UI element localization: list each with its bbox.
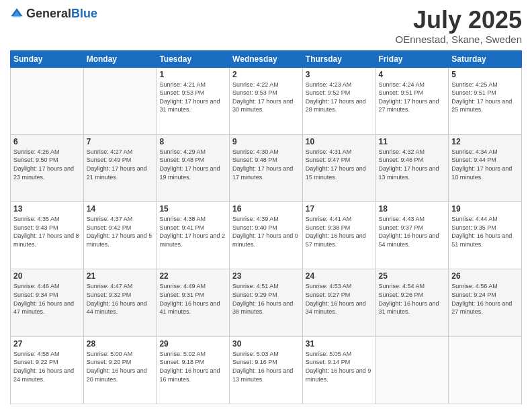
day-info: Sunrise: 4:38 AM Sunset: 9:41 PM Dayligh…	[159, 215, 226, 248]
calendar-cell	[375, 336, 449, 404]
day-number: 2	[232, 70, 300, 79]
day-info: Sunrise: 4:23 AM Sunset: 9:52 PM Dayligh…	[306, 81, 373, 114]
logo-text-general: General	[26, 7, 71, 20]
day-info: Sunrise: 4:47 AM Sunset: 9:32 PM Dayligh…	[87, 282, 154, 316]
day-number: 20	[13, 271, 81, 281]
day-info: Sunrise: 4:24 AM Sunset: 9:51 PM Dayligh…	[379, 81, 446, 114]
day-number: 9	[232, 137, 300, 146]
day-number: 27	[13, 339, 81, 349]
col-thursday: Thursday	[302, 50, 375, 67]
day-number: 18	[379, 204, 446, 214]
day-info: Sunrise: 4:21 AM Sunset: 9:53 PM Dayligh…	[159, 81, 226, 114]
day-info: Sunrise: 4:54 AM Sunset: 9:26 PM Dayligh…	[379, 282, 446, 316]
day-info: Sunrise: 4:29 AM Sunset: 9:48 PM Dayligh…	[159, 148, 226, 181]
day-number: 16	[232, 204, 300, 214]
day-info: Sunrise: 4:39 AM Sunset: 9:40 PM Dayligh…	[232, 215, 300, 248]
day-number: 17	[306, 204, 373, 214]
logo-text-blue: Blue	[71, 7, 97, 20]
day-number: 3	[306, 70, 373, 79]
month-title: July 2025	[396, 7, 522, 34]
day-number: 8	[159, 137, 226, 146]
calendar-cell: 20Sunrise: 4:46 AM Sunset: 9:34 PM Dayli…	[11, 269, 84, 336]
day-number: 12	[451, 137, 519, 146]
day-number: 4	[379, 70, 446, 79]
calendar-cell	[449, 336, 522, 404]
calendar-cell: 18Sunrise: 4:43 AM Sunset: 9:37 PM Dayli…	[375, 202, 449, 269]
day-info: Sunrise: 4:25 AM Sunset: 9:51 PM Dayligh…	[451, 81, 519, 114]
col-saturday: Saturday	[449, 50, 522, 67]
calendar-cell: 26Sunrise: 4:56 AM Sunset: 9:24 PM Dayli…	[449, 269, 522, 336]
day-number: 19	[451, 204, 519, 214]
day-info: Sunrise: 4:49 AM Sunset: 9:31 PM Dayligh…	[159, 282, 226, 316]
day-info: Sunrise: 5:05 AM Sunset: 9:14 PM Dayligh…	[306, 350, 373, 383]
page-header: GeneralBlue July 2025 OEnnestad, Skane, …	[10, 7, 522, 45]
day-info: Sunrise: 4:22 AM Sunset: 9:53 PM Dayligh…	[232, 81, 300, 114]
calendar-cell: 29Sunrise: 5:02 AM Sunset: 9:18 PM Dayli…	[157, 336, 230, 404]
day-info: Sunrise: 4:58 AM Sunset: 9:22 PM Dayligh…	[13, 350, 81, 383]
calendar-cell: 9Sunrise: 4:30 AM Sunset: 9:48 PM Daylig…	[230, 134, 303, 201]
day-number: 7	[87, 137, 154, 146]
calendar-cell: 28Sunrise: 5:00 AM Sunset: 9:20 PM Dayli…	[83, 336, 157, 404]
calendar-cell: 13Sunrise: 4:35 AM Sunset: 9:43 PM Dayli…	[11, 202, 84, 269]
calendar-cell: 22Sunrise: 4:49 AM Sunset: 9:31 PM Dayli…	[157, 269, 230, 336]
day-number: 31	[306, 339, 373, 349]
calendar-cell: 1Sunrise: 4:21 AM Sunset: 9:53 PM Daylig…	[157, 67, 230, 134]
calendar-cell: 2Sunrise: 4:22 AM Sunset: 9:53 PM Daylig…	[230, 67, 303, 134]
calendar-cell: 23Sunrise: 4:51 AM Sunset: 9:29 PM Dayli…	[230, 269, 303, 336]
day-number: 25	[379, 271, 446, 281]
calendar-cell: 12Sunrise: 4:34 AM Sunset: 9:44 PM Dayli…	[449, 134, 522, 201]
day-number: 14	[87, 204, 154, 214]
day-info: Sunrise: 5:02 AM Sunset: 9:18 PM Dayligh…	[159, 350, 226, 383]
day-number: 11	[379, 137, 446, 146]
day-info: Sunrise: 4:53 AM Sunset: 9:27 PM Dayligh…	[306, 282, 373, 316]
calendar-cell: 21Sunrise: 4:47 AM Sunset: 9:32 PM Dayli…	[83, 269, 157, 336]
day-info: Sunrise: 4:35 AM Sunset: 9:43 PM Dayligh…	[13, 215, 81, 248]
day-info: Sunrise: 4:41 AM Sunset: 9:38 PM Dayligh…	[306, 215, 373, 248]
day-info: Sunrise: 4:37 AM Sunset: 9:42 PM Dayligh…	[87, 215, 154, 248]
day-number: 1	[159, 70, 226, 79]
calendar-cell: 14Sunrise: 4:37 AM Sunset: 9:42 PM Dayli…	[83, 202, 157, 269]
day-info: Sunrise: 4:56 AM Sunset: 9:24 PM Dayligh…	[451, 282, 519, 316]
day-number: 13	[13, 204, 81, 214]
calendar-cell: 11Sunrise: 4:32 AM Sunset: 9:46 PM Dayli…	[375, 134, 449, 201]
day-info: Sunrise: 4:34 AM Sunset: 9:44 PM Dayligh…	[451, 148, 519, 181]
day-info: Sunrise: 4:31 AM Sunset: 9:47 PM Dayligh…	[306, 148, 373, 181]
calendar-cell: 17Sunrise: 4:41 AM Sunset: 9:38 PM Dayli…	[302, 202, 375, 269]
day-info: Sunrise: 5:00 AM Sunset: 9:20 PM Dayligh…	[87, 350, 154, 383]
day-number: 26	[451, 271, 519, 281]
calendar-cell: 7Sunrise: 4:27 AM Sunset: 9:49 PM Daylig…	[83, 134, 157, 201]
day-info: Sunrise: 5:03 AM Sunset: 9:16 PM Dayligh…	[232, 350, 300, 383]
calendar-cell: 10Sunrise: 4:31 AM Sunset: 9:47 PM Dayli…	[302, 134, 375, 201]
calendar-cell: 27Sunrise: 4:58 AM Sunset: 9:22 PM Dayli…	[11, 336, 84, 404]
calendar-cell: 19Sunrise: 4:44 AM Sunset: 9:35 PM Dayli…	[449, 202, 522, 269]
calendar-cell	[11, 67, 84, 134]
calendar-cell: 6Sunrise: 4:26 AM Sunset: 9:50 PM Daylig…	[11, 134, 84, 201]
logo-icon	[10, 7, 24, 21]
day-number: 21	[87, 271, 154, 281]
day-number: 23	[232, 271, 300, 281]
col-tuesday: Tuesday	[157, 50, 230, 67]
day-number: 24	[306, 271, 373, 281]
col-monday: Monday	[83, 50, 157, 67]
day-number: 5	[451, 70, 519, 79]
calendar-cell: 3Sunrise: 4:23 AM Sunset: 9:52 PM Daylig…	[302, 67, 375, 134]
calendar-cell: 16Sunrise: 4:39 AM Sunset: 9:40 PM Dayli…	[230, 202, 303, 269]
location-title: OEnnestad, Skane, Sweden	[396, 34, 522, 45]
calendar-cell: 30Sunrise: 5:03 AM Sunset: 9:16 PM Dayli…	[230, 336, 303, 404]
day-number: 6	[13, 137, 81, 146]
day-info: Sunrise: 4:43 AM Sunset: 9:37 PM Dayligh…	[379, 215, 446, 248]
calendar-cell: 8Sunrise: 4:29 AM Sunset: 9:48 PM Daylig…	[157, 134, 230, 201]
day-info: Sunrise: 4:27 AM Sunset: 9:49 PM Dayligh…	[87, 148, 154, 181]
calendar-cell	[83, 67, 157, 134]
day-number: 30	[232, 339, 300, 349]
calendar-cell: 25Sunrise: 4:54 AM Sunset: 9:26 PM Dayli…	[375, 269, 449, 336]
day-info: Sunrise: 4:46 AM Sunset: 9:34 PM Dayligh…	[13, 282, 81, 316]
calendar-cell: 5Sunrise: 4:25 AM Sunset: 9:51 PM Daylig…	[449, 67, 522, 134]
col-wednesday: Wednesday	[230, 50, 303, 67]
calendar-table: Sunday Monday Tuesday Wednesday Thursday…	[10, 50, 522, 404]
title-block: July 2025 OEnnestad, Skane, Sweden	[396, 7, 522, 45]
day-number: 29	[159, 339, 226, 349]
calendar-cell: 31Sunrise: 5:05 AM Sunset: 9:14 PM Dayli…	[302, 336, 375, 404]
day-number: 15	[159, 204, 226, 214]
day-info: Sunrise: 4:51 AM Sunset: 9:29 PM Dayligh…	[232, 282, 300, 316]
